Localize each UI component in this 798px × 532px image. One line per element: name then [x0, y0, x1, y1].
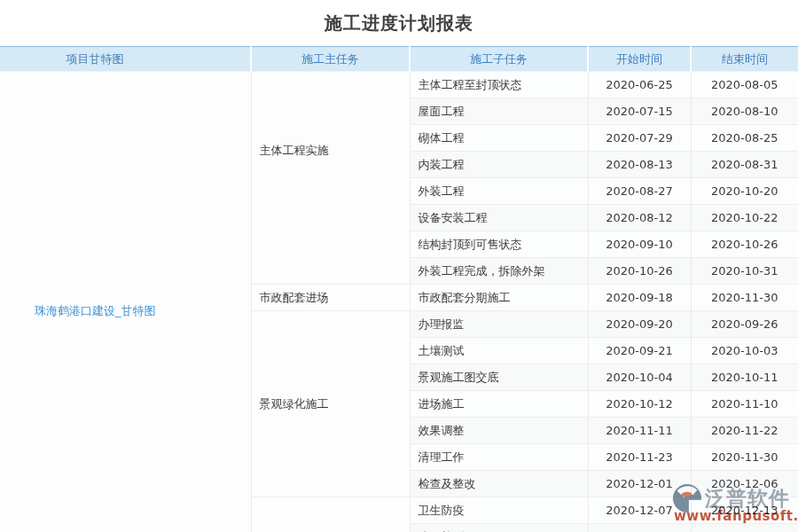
subtask-cell: 清理工作 [410, 444, 588, 471]
end-date-cell: 2020-12-13 [691, 497, 798, 524]
subtask-cell: 检查及整改 [410, 471, 588, 497]
start-date-cell: 2020-09-18 [588, 285, 691, 311]
report-table: 项目甘特图 施工主任务 施工子任务 开始时间 结束时间 珠海鹤港口建设_甘特图 … [0, 46, 798, 532]
gantt-chart-cell: 珠海鹤港口建设_甘特图 [0, 72, 251, 532]
end-date-cell: 2020-08-10 [691, 98, 798, 125]
subtask-cell: 办理报监 [410, 311, 588, 338]
start-date-cell: 2020-12-01 [588, 471, 691, 497]
subtask-cell: 屋面工程 [410, 98, 588, 125]
end-date-cell: 2020-10-31 [691, 258, 798, 285]
header-main-task: 施工主任务 [251, 47, 410, 72]
subtask-cell: 效果调整 [410, 418, 588, 444]
page-title: 施工进度计划报表 [0, 12, 798, 35]
end-date-cell: 2020-12-06 [691, 471, 798, 497]
main-task-cell [251, 497, 410, 532]
subtask-cell: 砌体工程 [410, 125, 588, 152]
header-project-gantt: 项目甘特图 [0, 47, 251, 72]
end-date-cell: 2020-11-22 [691, 418, 798, 444]
start-date-cell: 2020-10-26 [588, 258, 691, 285]
end-date-cell: 2020-10-03 [691, 338, 798, 364]
header-start-time: 开始时间 [588, 47, 691, 72]
main-task-cell: 景观绿化施工 [251, 311, 410, 497]
start-date-cell: 2020-11-11 [588, 418, 691, 444]
main-task-cell: 市政配套进场 [251, 285, 410, 311]
end-date-cell: 2020-10-26 [691, 231, 798, 258]
end-date-cell: 2020-08-31 [691, 152, 798, 178]
end-date-cell: 2020-09-26 [691, 311, 798, 338]
end-date-cell: 2020-11-30 [691, 285, 798, 311]
start-date-cell: 2020-08-27 [588, 178, 691, 205]
start-date-cell: 2020-09-20 [588, 311, 691, 338]
end-date-cell: 2020-10-11 [691, 364, 798, 391]
subtask-cell: 主体工程至封顶状态 [410, 72, 588, 98]
start-date-cell: 2020-07-29 [588, 125, 691, 152]
table-row: 珠海鹤港口建设_甘特图 主体工程实施 主体工程至封顶状态 2020-06-25 … [0, 72, 798, 98]
subtask-cell: 卫生防疫 [410, 497, 588, 524]
end-date-cell: 2020-10-20 [691, 178, 798, 205]
subtask-cell: 设备安装工程 [410, 205, 588, 231]
end-date-cell: 2020-10-22 [691, 205, 798, 231]
start-date-cell: 2020-12-07 [588, 497, 691, 524]
header-row: 项目甘特图 施工主任务 施工子任务 开始时间 结束时间 [0, 47, 798, 72]
subtask-cell: 结构封顶到可售状态 [410, 231, 588, 258]
header-sub-task: 施工子任务 [410, 47, 588, 72]
start-date-cell: 2020-09-10 [588, 231, 691, 258]
end-date-cell: 2020-08-05 [691, 72, 798, 98]
subtask-cell: 景观施工图交底 [410, 364, 588, 391]
end-date-cell: 2020-08-25 [691, 125, 798, 152]
start-date-cell: 2020-09-21 [588, 338, 691, 364]
start-date-cell: 2020-10-04 [588, 364, 691, 391]
start-date-cell: 2020-10-12 [588, 391, 691, 418]
subtask-cell: 进场施工 [410, 391, 588, 418]
main-task-cell: 主体工程实施 [251, 72, 410, 285]
gantt-link[interactable]: 珠海鹤港口建设_甘特图 [35, 304, 156, 317]
subtask-cell: 外装工程完成，拆除外架 [410, 258, 588, 285]
end-date-cell: 2020-12-20 [691, 524, 798, 532]
start-date-cell: 2020-07-15 [588, 98, 691, 125]
header-end-time: 结束时间 [691, 47, 798, 72]
start-date-cell: 2020-11-23 [588, 444, 691, 471]
subtask-cell: 外装工程 [410, 178, 588, 205]
end-date-cell: 2020-11-10 [691, 391, 798, 418]
start-date-cell: 2020-12-14 [588, 524, 691, 532]
start-date-cell: 2020-08-13 [588, 152, 691, 178]
subtask-cell: 防雷检测 [410, 524, 588, 532]
start-date-cell: 2020-06-25 [588, 72, 691, 98]
end-date-cell: 2020-11-30 [691, 444, 798, 471]
subtask-cell: 市政配套分期施工 [410, 285, 588, 311]
subtask-cell: 内装工程 [410, 152, 588, 178]
subtask-cell: 土壤测试 [410, 338, 588, 364]
start-date-cell: 2020-08-12 [588, 205, 691, 231]
